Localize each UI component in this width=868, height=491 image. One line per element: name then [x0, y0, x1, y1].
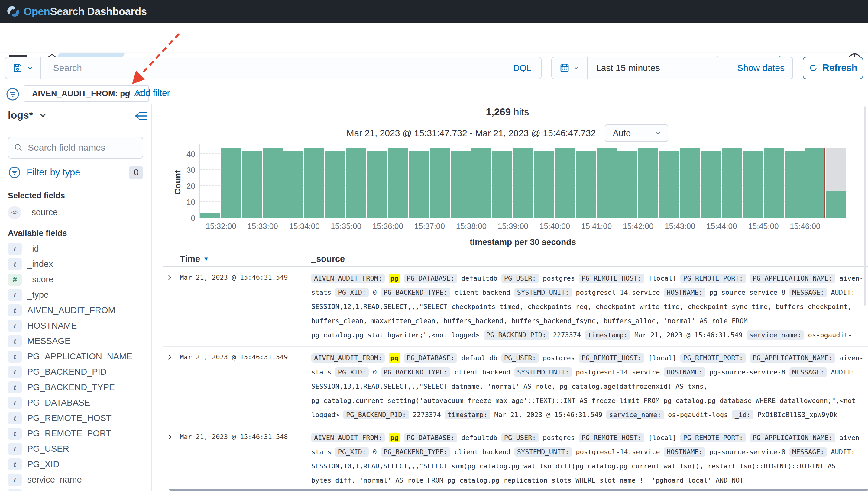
field-name: PG_REMOTE_HOST — [27, 413, 111, 423]
field-item-PG_BACKEND_PID[interactable]: tPG_BACKEND_PID — [8, 364, 143, 380]
field-name: _index — [27, 259, 53, 269]
bar[interactable] — [451, 151, 470, 218]
vertical-scrollbar[interactable] — [864, 106, 866, 306]
source-value: 2273374 — [413, 411, 441, 418]
opensearch-logo-icon — [7, 4, 21, 19]
source-key-badge: AIVEN_AUDIT_FROM: — [311, 353, 385, 363]
source-value: postgres — [543, 434, 575, 441]
bar[interactable] — [806, 148, 825, 218]
bar[interactable] — [304, 148, 324, 218]
field-item-_index[interactable]: t_index — [8, 256, 143, 272]
interval-value: Auto — [613, 128, 631, 138]
sort-desc-icon[interactable]: ▼ — [203, 256, 209, 262]
bars — [200, 144, 846, 218]
string-field-icon: t — [8, 366, 22, 378]
chevron-down-icon — [38, 111, 48, 120]
field-item-PG_APPLICATION_NAME[interactable]: tPG_APPLICATION_NAME — [8, 349, 143, 364]
add-filter-button[interactable]: + Add filter — [127, 88, 170, 98]
bar[interactable] — [680, 148, 700, 218]
expand-row-icon[interactable] — [163, 351, 180, 423]
date-quick-select-button[interactable] — [552, 57, 588, 79]
field-item-_type[interactable]: t_type — [8, 287, 143, 302]
bar[interactable] — [513, 148, 533, 218]
bar[interactable] — [325, 151, 345, 218]
source-value: pg-source-service-8 — [709, 368, 786, 376]
index-pattern-switcher[interactable]: logs* — [8, 109, 143, 121]
field-item-_score[interactable]: #_score — [8, 272, 143, 287]
field-item-PG_DATABASE[interactable]: tPG_DATABASE — [8, 395, 143, 410]
y-tick-label: 10 — [187, 197, 195, 206]
field-item-AIVEN_AUDIT_FROM[interactable]: tAIVEN_AUDIT_FROM — [8, 302, 143, 318]
field-item-MESSAGE[interactable]: tMESSAGE — [8, 334, 143, 349]
bar[interactable] — [492, 151, 512, 218]
bar[interactable] — [430, 148, 450, 218]
saved-queries-button[interactable] — [5, 57, 41, 79]
bar[interactable] — [388, 148, 408, 218]
bar[interactable] — [221, 148, 241, 218]
source-value: client backend — [454, 289, 510, 296]
source-key-badge: PG_BACKEND_PID: — [484, 330, 549, 340]
field-item-HOSTNAME[interactable]: tHOSTNAME — [8, 318, 143, 334]
source-key-badge: _id: — [732, 410, 754, 420]
expand-row-icon[interactable] — [163, 271, 180, 343]
bar[interactable] — [701, 151, 721, 218]
bar[interactable] — [367, 151, 387, 218]
bar[interactable] — [471, 148, 491, 218]
bar[interactable] — [346, 148, 366, 218]
field-item-PG_REMOTE_PORT[interactable]: tPG_REMOTE_PORT — [8, 426, 143, 441]
filter-icon[interactable] — [5, 87, 20, 102]
field-item-_id[interactable]: t_id — [8, 241, 143, 256]
source-key-badge: HOSTNAME: — [664, 368, 705, 377]
field-item-SYSTEMD_UNIT[interactable]: tSYSTEMD_UNIT — [8, 487, 143, 491]
string-field-icon: t — [8, 320, 22, 332]
collapse-sidebar-icon[interactable] — [134, 110, 148, 122]
source-key-badge: PG_DATABASE: — [404, 433, 457, 442]
bar[interactable] — [263, 148, 282, 218]
expand-row-icon[interactable] — [163, 431, 180, 491]
chart-plot-area[interactable]: 01020304015:32:0015:33:0015:34:0015:35:0… — [199, 144, 846, 218]
bar[interactable] — [555, 148, 575, 218]
bar[interactable] — [597, 148, 617, 218]
field-item-_source[interactable]: </>_source — [8, 205, 143, 220]
bar[interactable] — [659, 151, 679, 218]
source-key-badge: PG_USER: — [501, 353, 539, 363]
filter-by-type[interactable]: Filter by type 0 — [8, 166, 143, 179]
time-column-header[interactable]: Time▼ — [180, 254, 311, 264]
time-range-value[interactable]: Last 15 minutes — [596, 63, 737, 73]
source-value: postgresql-14.service — [576, 289, 660, 296]
bar[interactable] — [534, 151, 554, 218]
bar[interactable] — [618, 151, 638, 218]
source-value: os-pgaudit-logs — [668, 411, 728, 418]
bar-partial-bucket[interactable] — [826, 144, 846, 218]
field-item-PG_USER[interactable]: tPG_USER — [8, 441, 143, 457]
show-dates-button[interactable]: Show dates — [737, 63, 792, 73]
bar[interactable] — [242, 151, 262, 218]
bar[interactable] — [200, 213, 220, 218]
source-key-badge: PG_DATABASE: — [404, 273, 457, 283]
source-value: postgres — [543, 354, 575, 362]
field-item-PG_REMOTE_HOST[interactable]: tPG_REMOTE_HOST — [8, 410, 143, 426]
bar[interactable] — [576, 151, 596, 218]
bar[interactable] — [764, 148, 784, 218]
bar[interactable] — [638, 148, 658, 218]
field-item-PG_XID[interactable]: tPG_XID — [8, 457, 143, 472]
source-key-badge: HOSTNAME: — [664, 288, 705, 297]
bar[interactable] — [785, 151, 805, 218]
refresh-button[interactable]: Refresh — [803, 57, 863, 79]
bar[interactable] — [722, 148, 742, 218]
bar[interactable] — [283, 151, 303, 218]
dql-button[interactable]: DQL — [513, 63, 541, 73]
string-field-icon: t — [8, 428, 22, 440]
source-key-badge: PG_USER: — [501, 433, 539, 442]
field-item-PG_BACKEND_TYPE[interactable]: tPG_BACKEND_TYPE — [8, 380, 143, 395]
interval-select[interactable]: Auto — [605, 124, 668, 142]
filter-pill-label: AIVEN_AUDIT_FROM: pg — [32, 89, 130, 98]
field-search-input[interactable]: Search field names — [8, 137, 143, 158]
search-input[interactable]: Search — [53, 63, 513, 73]
bar[interactable] — [409, 151, 429, 218]
bar[interactable] — [743, 151, 763, 218]
x-tick-label: 15:45:00 — [748, 222, 779, 231]
horizontal-scrollbar[interactable] — [169, 489, 868, 491]
nav-bar: Discover NewSaveOpenShareReportingInspec… — [0, 23, 868, 52]
field-item-service_name[interactable]: tservice_name — [8, 472, 143, 487]
